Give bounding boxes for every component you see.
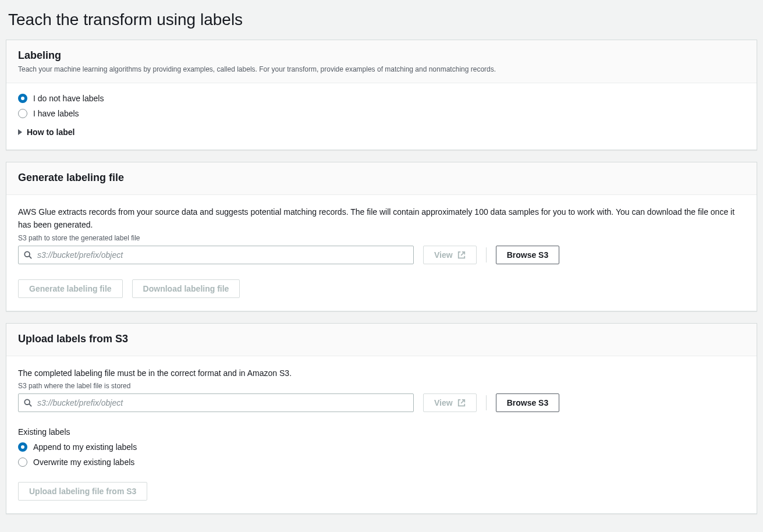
upload-input-row: View Browse S3: [18, 393, 745, 412]
upload-description: The completed labeling file must be in t…: [18, 367, 745, 380]
labeling-panel: Labeling Teach your machine learning alg…: [6, 40, 757, 150]
radio-append[interactable]: Append to my existing labels: [18, 442, 745, 452]
labeling-body: I do not have labels I have labels How t…: [6, 83, 757, 150]
upload-s3-input[interactable]: [18, 393, 414, 412]
generate-body: AWS Glue extracts records from your sour…: [6, 195, 757, 311]
generate-view-label: View: [434, 250, 453, 260]
labeling-header: Labeling Teach your machine learning alg…: [6, 40, 757, 83]
radio-no-labels[interactable]: I do not have labels: [18, 94, 745, 103]
radio-unselected-icon: [18, 109, 27, 118]
radio-overwrite[interactable]: Overwrite my existing labels: [18, 457, 745, 467]
search-icon: [24, 399, 32, 407]
page-title: Teach the transform using labels: [8, 10, 757, 29]
svg-point-0: [24, 251, 30, 257]
svg-line-4: [29, 404, 31, 406]
radio-selected-icon: [18, 94, 27, 103]
generate-browse-label: Browse S3: [507, 250, 549, 260]
divider: [486, 395, 487, 410]
upload-panel: Upload labels from S3 The completed labe…: [6, 323, 757, 514]
how-to-label-toggle[interactable]: How to label: [18, 127, 745, 137]
svg-point-3: [24, 399, 30, 405]
svg-line-2: [461, 252, 464, 256]
generate-panel: Generate labeling file AWS Glue extracts…: [6, 162, 757, 311]
upload-body: The completed labeling file must be in t…: [6, 356, 757, 513]
external-link-icon: [457, 251, 466, 259]
how-to-label-label: How to label: [27, 127, 74, 137]
upload-view-button[interactable]: View: [423, 393, 477, 412]
upload-file-label: Upload labeling file from S3: [29, 487, 136, 496]
upload-view-label: View: [434, 398, 453, 407]
radio-overwrite-label: Overwrite my existing labels: [33, 457, 134, 467]
upload-header: Upload labels from S3: [6, 324, 757, 356]
upload-file-button[interactable]: Upload labeling file from S3: [18, 482, 147, 501]
existing-labels-label: Existing labels: [18, 427, 745, 437]
radio-no-labels-label: I do not have labels: [33, 94, 104, 103]
svg-line-1: [29, 256, 31, 258]
radio-selected-icon: [18, 442, 27, 452]
upload-title: Upload labels from S3: [18, 333, 745, 345]
upload-s3-input-wrap: [18, 393, 414, 412]
generate-title: Generate labeling file: [18, 172, 745, 184]
labeling-title: Labeling: [18, 49, 745, 62]
generate-description: AWS Glue extracts records from your sour…: [18, 205, 745, 232]
upload-s3-label: S3 path where the label file is stored: [18, 382, 745, 390]
generate-browse-button[interactable]: Browse S3: [496, 246, 560, 264]
generate-s3-input[interactable]: [18, 246, 414, 264]
generate-button-row: Generate labeling file Download labeling…: [18, 279, 745, 298]
divider: [486, 247, 487, 263]
radio-have-labels-label: I have labels: [33, 109, 79, 118]
generate-input-row: View Browse S3: [18, 246, 745, 264]
labeling-subtitle: Teach your machine learning algorithms b…: [18, 64, 745, 75]
external-link-icon: [457, 399, 466, 407]
triangle-right-icon: [18, 129, 22, 135]
upload-button-row: Upload labeling file from S3: [18, 482, 745, 501]
generate-s3-label: S3 path to store the generated label fil…: [18, 234, 745, 242]
generate-file-label: Generate labeling file: [29, 284, 112, 293]
upload-browse-label: Browse S3: [507, 398, 549, 407]
radio-append-label: Append to my existing labels: [33, 442, 137, 452]
radio-unselected-icon: [18, 457, 27, 467]
svg-line-5: [461, 400, 464, 403]
generate-view-button[interactable]: View: [423, 246, 477, 264]
generate-s3-input-wrap: [18, 246, 414, 264]
download-file-label: Download labeling file: [143, 284, 229, 293]
upload-browse-button[interactable]: Browse S3: [496, 393, 560, 412]
generate-file-button[interactable]: Generate labeling file: [18, 279, 123, 298]
generate-header: Generate labeling file: [6, 162, 757, 195]
download-file-button[interactable]: Download labeling file: [132, 279, 240, 298]
radio-have-labels[interactable]: I have labels: [18, 109, 745, 118]
search-icon: [24, 251, 32, 259]
